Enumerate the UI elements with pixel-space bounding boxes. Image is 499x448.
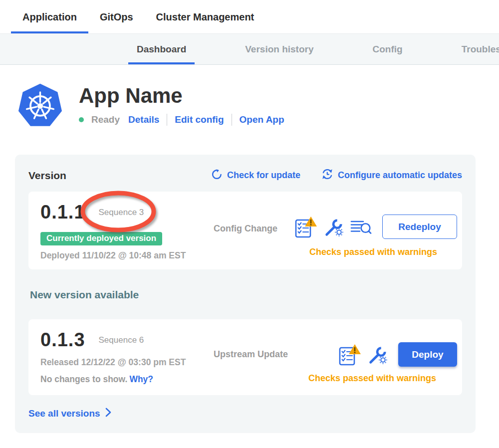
preflight-warning-text: Checks passed with warnings	[309, 247, 437, 257]
tab-troubleshoot[interactable]: Troubleshoot	[453, 34, 499, 64]
tab-application[interactable]: Application	[11, 11, 88, 33]
preflight-checks-warning-icon[interactable]	[294, 216, 317, 238]
tab-dashboard[interactable]: Dashboard	[128, 34, 195, 64]
new-version-heading: New version available	[30, 289, 462, 301]
edit-config-link[interactable]: Edit config	[175, 114, 224, 125]
auto-update-clock-icon	[321, 168, 333, 183]
version-card: Version Check for update	[15, 155, 476, 433]
tab-config[interactable]: Config	[364, 34, 411, 64]
why-link[interactable]: Why?	[129, 374, 153, 384]
open-app-link[interactable]: Open App	[240, 114, 284, 125]
kubernetes-logo-icon	[16, 81, 64, 129]
new-version-row: 0.1.3 Sequence 6 Released 12/12/22 @ 03:…	[28, 319, 462, 395]
new-version-sequence: Sequence 6	[99, 335, 144, 345]
config-wrench-icon[interactable]	[367, 344, 388, 365]
divider	[167, 114, 167, 126]
currently-deployed-badge: Currently deployed version	[40, 232, 162, 245]
check-for-update-link[interactable]: Check for update	[211, 169, 300, 183]
current-version-row: 0.1.1 Sequence 3 Currently deployed vers…	[28, 192, 462, 269]
deploy-button[interactable]: Deploy	[398, 342, 457, 367]
app-header: App Name Ready Details Edit config Open …	[16, 81, 499, 129]
version-source-label: Upstream Update	[214, 349, 288, 360]
primary-nav: Application GitOps Cluster Management	[0, 0, 499, 33]
view-files-search-icon[interactable]	[350, 218, 372, 236]
current-version-number: 0.1.1	[40, 202, 85, 223]
see-all-versions-link[interactable]: See all versions	[28, 407, 111, 420]
refresh-icon	[211, 169, 223, 183]
app-status: Ready	[91, 114, 120, 125]
tab-version-history[interactable]: Version history	[237, 34, 322, 64]
configure-automatic-updates-link[interactable]: Configure automatic updates	[321, 168, 462, 183]
redeploy-button[interactable]: Redeploy	[382, 215, 457, 239]
preflight-warning-text: Checks passed with warnings	[308, 373, 436, 384]
chevron-right-icon	[105, 407, 111, 420]
config-wrench-icon[interactable]	[323, 217, 344, 237]
preflight-checks-warning-icon[interactable]	[338, 343, 361, 366]
app-sub-nav: Dashboard Version history Config Trouble…	[0, 33, 499, 65]
tab-gitops[interactable]: GitOps	[88, 11, 145, 33]
divider	[232, 114, 232, 126]
app-name: App Name	[79, 84, 284, 107]
new-version-number: 0.1.3	[40, 329, 85, 351]
status-dot-icon	[79, 117, 84, 122]
current-version-sequence: Sequence 3	[99, 208, 144, 218]
details-link[interactable]: Details	[128, 114, 159, 125]
no-changes-text: No changes to show.	[40, 374, 127, 384]
tab-cluster-management[interactable]: Cluster Management	[145, 11, 266, 33]
version-source-label: Config Change	[214, 224, 277, 234]
version-card-title: Version	[28, 170, 66, 182]
